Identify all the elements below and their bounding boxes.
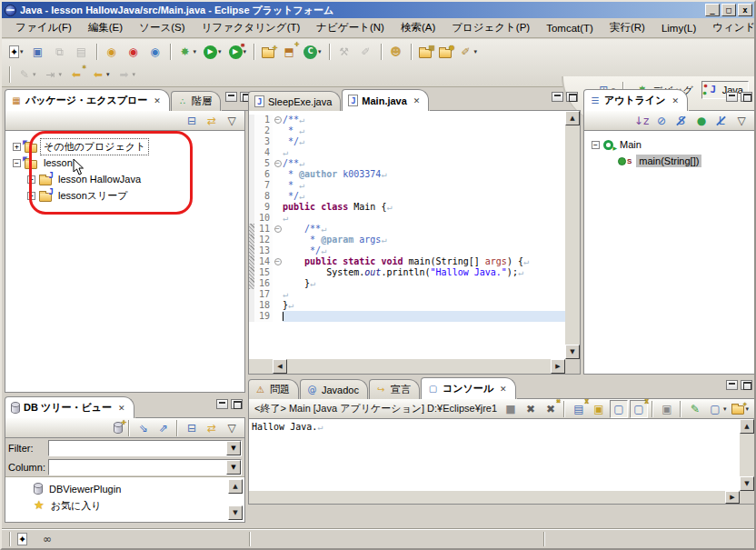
console-vertical-scrollbar[interactable]: ▲ ▼ (740, 419, 754, 491)
remove-all-launches-button[interactable]: ✖✖ (542, 400, 560, 418)
expander-icon[interactable]: − (592, 141, 600, 149)
last-edit-location-button[interactable]: ⬅✶ (66, 65, 86, 84)
dropdown-arrow-icon[interactable]: ▾ (106, 71, 110, 78)
code-line[interactable]: 11− /**↵ (249, 224, 565, 235)
open-external-button[interactable]: ● (436, 45, 454, 60)
expander-icon[interactable]: + (27, 175, 35, 184)
code-line[interactable]: 15 System.out.println("Hallow Java.");↵ (249, 267, 565, 278)
close-tab-icon[interactable]: ✕ (500, 385, 507, 394)
fold-marker-icon[interactable]: − (273, 158, 283, 169)
editor-tab-sleepexe-java[interactable]: SleepExe.java (248, 91, 341, 111)
search-brush-button[interactable]: ✐▾ (456, 43, 481, 61)
collapse-all-button[interactable]: ⊟ (183, 112, 201, 130)
menu-item[interactable]: ソース(S) (131, 18, 193, 37)
close-window-button[interactable]: x (738, 4, 752, 16)
fold-marker-icon[interactable]: − (273, 224, 283, 235)
minimize-view-button[interactable] (216, 399, 228, 409)
editor-tab-main-java[interactable]: Main.java✕ (342, 89, 429, 111)
pin-console-button[interactable]: ✎ (686, 400, 704, 418)
collapse-icon[interactable]: − (274, 258, 282, 265)
code-line[interactable]: 16 }↵ (249, 278, 565, 289)
hide-fields-button[interactable]: ⊘ (652, 112, 671, 130)
tab-declaration[interactable]: ↪宣言 (369, 379, 420, 399)
menu-item[interactable]: 実行(R) (602, 18, 653, 37)
remove-launch-button[interactable]: ✖ (522, 400, 540, 418)
sort-button[interactable]: ↓z (632, 112, 651, 130)
column-combo[interactable]: ▼ (48, 459, 242, 475)
collapse-icon[interactable]: − (274, 160, 282, 167)
code-line[interactable]: 10↵ (249, 213, 565, 224)
code-line[interactable]: 4↵ (249, 147, 565, 158)
filter-combo[interactable]: ▼ (48, 440, 242, 456)
tree-item[interactable]: +その他のプロジェクト (5, 138, 244, 155)
code-line[interactable]: 3 */↵ (249, 136, 565, 147)
open-resource-button[interactable]: ▤ (416, 45, 434, 60)
tree-item[interactable]: +Jlessonスリープ (5, 187, 244, 204)
dropdown-arrow-icon[interactable]: ▾ (318, 48, 322, 55)
maximize-view-button[interactable] (741, 92, 752, 102)
scroll-down-button[interactable]: ▼ (228, 505, 243, 520)
tree-item[interactable]: +Jlesson HallowJava (5, 171, 244, 187)
menu-item[interactable]: ウィンドウ(W) (704, 18, 756, 37)
chevron-down-icon[interactable]: ▼ (226, 441, 241, 455)
minimize-view-button[interactable] (225, 92, 237, 102)
run-button[interactable]: ▶▾ (201, 44, 224, 61)
collapse-icon[interactable]: − (274, 225, 282, 233)
new-class-button[interactable]: C▾ (301, 44, 324, 61)
code-line[interactable]: 17↵ (249, 289, 565, 300)
new-java-project-button[interactable]: + (259, 45, 277, 60)
menu-item[interactable]: 検索(A) (393, 18, 443, 37)
collapse-icon[interactable]: − (274, 116, 282, 124)
fold-marker-icon[interactable]: − (273, 115, 283, 125)
maximize-window-button[interactable]: □ (721, 4, 736, 16)
code-area[interactable]: 1−/**↵2 * ↵3 */↵4↵5−/**↵6 * @author k003… (249, 111, 565, 359)
open-type-button[interactable]: ☻ (386, 43, 406, 61)
open-console-button[interactable]: ✦▾ (730, 401, 751, 416)
tomcat-start-button[interactable]: ◉ (102, 43, 122, 61)
code-line[interactable]: 6 * @author k003374↵ (249, 169, 565, 180)
code-line[interactable]: 14− public static void main(String[] arg… (249, 256, 565, 267)
scroll-lock-button[interactable]: ▣ (590, 400, 608, 418)
collapse-all-button[interactable]: ⊟ (183, 419, 201, 437)
dropdown-arrow-icon[interactable]: ▾ (244, 48, 247, 55)
clear-console-button[interactable]: ▤x (570, 400, 588, 418)
dropdown-arrow-icon[interactable]: ▾ (218, 48, 222, 55)
menu-item[interactable]: リファクタリング(T) (193, 18, 308, 37)
minimize-window-button[interactable]: _ (705, 4, 720, 16)
display-console-button[interactable]: ▢▾ (706, 400, 729, 418)
minimize-view-button[interactable] (726, 92, 738, 102)
dropdown-arrow-icon[interactable]: ▾ (133, 71, 136, 78)
new-wizard-button[interactable]: ✦▾ (6, 44, 26, 60)
title-bar[interactable]: Java - lesson HallowJava/src/Main.java -… (2, 2, 754, 18)
link-with-editor-button[interactable]: ⇄ (203, 112, 221, 130)
tab-javadoc[interactable]: @Javadoc (300, 379, 368, 399)
scroll-up-button[interactable]: ▲ (228, 479, 243, 494)
export-button[interactable]: ⇗ (154, 419, 173, 437)
chevron-down-icon[interactable]: ▼ (226, 460, 241, 475)
run-history-button[interactable]: ▶▪▾ (226, 44, 250, 61)
code-line[interactable]: 13 */↵ (249, 245, 565, 256)
editor-horizontal-scrollbar[interactable]: ◀ ▶ (249, 359, 565, 374)
expander-icon[interactable]: − (13, 159, 21, 167)
code-line[interactable]: 18}↵ (249, 300, 565, 311)
tab-db-tree-view[interactable]: DB ツリー・ビュー ✕ (5, 396, 134, 418)
tree-item[interactable]: DBViewerPlugin (15, 481, 244, 497)
add-database-button[interactable]: + (112, 421, 124, 435)
tree-item[interactable]: Smain(String[]) (584, 153, 754, 169)
close-view-icon[interactable]: ✕ (154, 96, 161, 105)
code-line[interactable]: 9public class Main {↵ (249, 202, 565, 213)
code-line[interactable]: 8 */↵ (249, 191, 565, 202)
view-menu-button[interactable]: ▽ (223, 112, 241, 130)
view-menu-button[interactable]: ▽ (223, 419, 241, 437)
new-package-button[interactable]: ⬒+ (279, 43, 299, 61)
menu-item[interactable]: プロジェクト(P) (443, 18, 538, 37)
view-menu-button[interactable]: ▽ (732, 112, 751, 130)
tab-outline[interactable]: ☰ アウトライン ✕ (583, 89, 688, 111)
dropdown-arrow-icon[interactable]: ▾ (474, 48, 478, 55)
tab-package-explorer[interactable]: ▦ パッケージ・エクスプロー ✕ (5, 89, 170, 111)
fold-marker-icon[interactable]: − (273, 256, 283, 267)
dropdown-arrow-icon[interactable]: ▾ (723, 405, 727, 413)
dropdown-arrow-icon[interactable]: ▾ (59, 71, 63, 78)
glasses-button[interactable]: ∞ (37, 530, 57, 548)
save-button[interactable]: ▣ (28, 43, 48, 61)
